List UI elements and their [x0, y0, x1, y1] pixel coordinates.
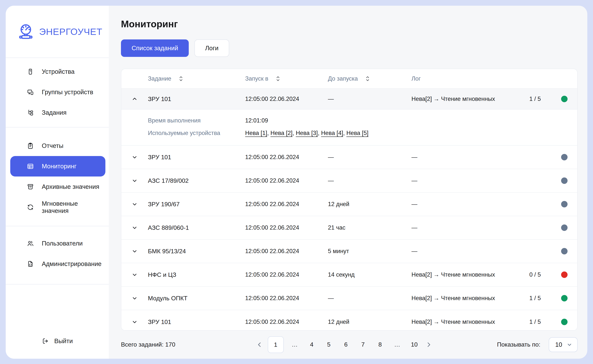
sidebar-item-device-groups[interactable]: Группы устройств [10, 82, 105, 102]
page-size-select[interactable]: 10 [549, 337, 578, 352]
device-link[interactable]: Нева [4] [321, 130, 343, 136]
logout-label: Выйти [54, 338, 73, 345]
time-until-start: — [328, 177, 411, 184]
log-text: Нева[2] → Чтение мгновенных [411, 318, 519, 325]
sidebar-item-label: Архивные значения [42, 183, 99, 190]
pagination-ellipsis: … [289, 341, 301, 348]
sidebar-item-tasks[interactable]: Задания [10, 102, 105, 123]
chevron-down-icon[interactable] [132, 201, 138, 207]
column-header-log: Лог [411, 75, 519, 82]
chevron-down-icon [567, 342, 572, 347]
archive-icon [27, 183, 34, 190]
table-row[interactable]: ЗРУ 101 12:05:00 22.06.2024 — Нева[2] → … [121, 89, 577, 110]
table-row[interactable]: АЗС 889/060-1 12:05:00 22.06.2024 21 час… [121, 216, 577, 240]
table-row[interactable]: ЗРУ 101 12:05:00 22.06.2024 12 дней Нева… [121, 310, 577, 331]
sidebar-item-instant-values[interactable]: Мгновенные значения [10, 197, 105, 217]
start-time: 12:05:00 22.06.2024 [245, 224, 328, 231]
log-text: Нева[2] → Чтение мгновенных [411, 96, 519, 102]
chevron-down-icon[interactable] [132, 272, 138, 278]
sort-icon[interactable] [179, 76, 183, 81]
chevron-down-icon[interactable] [132, 295, 138, 301]
log-count: 1 / 5 [519, 96, 551, 102]
chevron-down-icon[interactable] [132, 248, 138, 254]
devices-label: Используемые устройства [148, 130, 245, 136]
pagination-page-current[interactable]: 1 [268, 336, 284, 353]
sidebar-group-admin: Пользователи Администрирование [6, 226, 109, 284]
log-text: — [411, 177, 519, 184]
start-time: 12:05:00 22.06.2024 [245, 177, 328, 184]
pagination-page[interactable]: 6 [340, 341, 352, 348]
pagination-page[interactable]: 10 [408, 341, 420, 348]
sidebar-item-monitoring[interactable]: Мониторинг [10, 156, 105, 176]
sidebar-item-devices[interactable]: Устройства [10, 61, 105, 82]
chevron-down-icon[interactable] [132, 225, 138, 231]
tab-task-list[interactable]: Список заданий [121, 39, 189, 57]
log-count: 1 / 5 [519, 295, 551, 302]
task-name: НФС и ЦЗ [148, 271, 245, 278]
log-text: Нева[2] → Чтение мгновенных [411, 271, 519, 278]
table-row[interactable]: АЗС 17/89/002 12:05:00 22.06.2024 — — [121, 169, 577, 193]
device-link[interactable]: Нева [3] [296, 130, 318, 136]
device-icon [27, 68, 34, 75]
sidebar-item-label: Администрирование [42, 260, 101, 267]
pagination: 1 … 4 5 6 7 8 … 10 [256, 336, 432, 353]
page-title: Мониторинг [121, 19, 578, 30]
table-footer: Всего заданий: 170 1 … 4 5 6 7 8 … 10 По… [121, 331, 578, 359]
status-dot [561, 96, 567, 102]
brand-name: ЭНЕРГОУЧЕТ [39, 26, 102, 37]
task-name: БМК 95/13/24 [148, 248, 245, 255]
pagination-page[interactable]: 5 [323, 341, 335, 348]
tab-logs[interactable]: Логи [195, 39, 229, 57]
device-group-icon [27, 89, 34, 96]
sidebar-item-users[interactable]: Пользователи [10, 233, 105, 254]
sort-icon[interactable] [365, 76, 370, 81]
pagination-ellipsis: … [391, 341, 403, 348]
sidebar-item-reports[interactable]: Отчеты [10, 136, 105, 156]
pagination-page[interactable]: 7 [357, 341, 369, 348]
sidebar-item-label: Мониторинг [42, 163, 76, 170]
start-time: 12:05:00 22.06.2024 [245, 295, 328, 302]
table-row[interactable]: НФС и ЦЗ 12:05:00 22.06.2024 14 секунд Н… [121, 263, 577, 287]
monitoring-icon [27, 163, 34, 170]
pagination-prev-icon[interactable] [256, 341, 263, 348]
pagination-page[interactable]: 4 [306, 341, 318, 348]
log-text: — [411, 154, 519, 161]
device-link[interactable]: Нева [5] [346, 130, 368, 136]
log-text: — [411, 248, 519, 255]
time-until-start: 21 час [328, 224, 411, 231]
pagination-next-icon[interactable] [425, 341, 432, 348]
sidebar-item-label: Устройства [42, 68, 75, 75]
pagination-page[interactable]: 8 [374, 341, 386, 348]
sidebar-item-archive-values[interactable]: Архивные значения [10, 176, 105, 197]
chevron-up-icon[interactable] [132, 96, 138, 102]
status-dot [561, 248, 567, 254]
device-link[interactable]: Нева [1] [245, 130, 267, 136]
status-dot [561, 319, 567, 325]
start-time: 12:05:00 22.06.2024 [245, 318, 328, 325]
task-name: ЗРУ 190/67 [148, 201, 245, 208]
sidebar-item-label: Задания [42, 109, 67, 116]
chevron-down-icon[interactable] [132, 154, 138, 160]
app-window: ЭНЕРГОУЧЕТ Устройства Группы устройств З… [6, 6, 587, 359]
table-row[interactable]: ЗРУ 190/67 12:05:00 22.06.2024 12 дней — [121, 193, 577, 216]
status-dot [561, 201, 567, 208]
sidebar-item-administration[interactable]: Администрирование [10, 254, 105, 274]
table-row[interactable]: БМК 95/13/24 12:05:00 22.06.2024 5 минут… [121, 240, 577, 263]
device-link[interactable]: Нева [2] [270, 130, 292, 136]
status-dot [561, 154, 567, 160]
log-text: — [411, 224, 519, 231]
table-row[interactable]: ЗРУ 101 12:05:00 22.06.2024 — — [121, 146, 577, 169]
logout-button[interactable]: Выйти [6, 334, 109, 348]
chevron-down-icon[interactable] [132, 178, 138, 184]
sort-icon[interactable] [276, 76, 280, 81]
total-tasks-count: Всего заданий: 170 [121, 341, 175, 348]
sidebar-item-label: Пользователи [42, 240, 83, 247]
start-time: 12:05:00 22.06.2024 [245, 271, 328, 278]
chevron-down-icon[interactable] [132, 319, 138, 325]
brand-logo: ЭНЕРГОУЧЕТ [6, 6, 109, 58]
sidebar-item-label: Отчеты [42, 142, 63, 150]
main-content: Мониторинг Список заданий Логи Задание З… [109, 6, 587, 359]
start-time: 12:05:00 22.06.2024 [245, 154, 328, 161]
table-row[interactable]: Модуль ОПКТ 12:05:00 22.06.2024 — Нева[2… [121, 287, 577, 310]
status-dot [561, 295, 567, 301]
